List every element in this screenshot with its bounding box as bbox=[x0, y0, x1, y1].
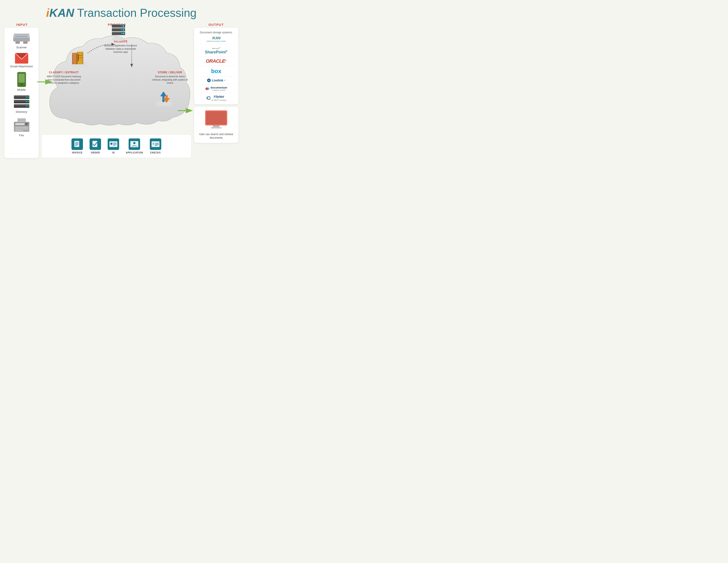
arrow-classify-validate bbox=[85, 41, 116, 54]
svg-point-46 bbox=[112, 37, 125, 41]
svg-rect-31 bbox=[15, 128, 28, 129]
svg-point-88 bbox=[207, 87, 209, 90]
svg-point-22 bbox=[26, 101, 27, 102]
svg-rect-5 bbox=[14, 34, 29, 35]
svg-rect-29 bbox=[25, 123, 28, 125]
storage-title: Document storage systems: bbox=[197, 31, 236, 34]
user-retrieve-label: User can search and retrieve documents bbox=[197, 132, 236, 140]
store-icon bbox=[154, 90, 174, 107]
svg-point-21 bbox=[28, 96, 29, 98]
doc-type-checks: $ CHECKS bbox=[150, 138, 161, 154]
id-icon bbox=[109, 141, 118, 147]
label-input: INPUT bbox=[4, 23, 40, 26]
svg-point-86 bbox=[208, 80, 209, 81]
directory-label: Directory bbox=[16, 110, 27, 113]
green-arrow-right bbox=[178, 105, 195, 116]
store-deliver-box: STORE / DELIVER Document is stored for f… bbox=[151, 71, 189, 85]
fax-icon bbox=[13, 117, 30, 132]
svg-marker-89 bbox=[206, 97, 210, 99]
svg-point-54 bbox=[123, 25, 124, 27]
input-column: Scanner Email Attachment Mobile bbox=[4, 28, 39, 158]
logo-box: box bbox=[197, 68, 236, 77]
svg-rect-32 bbox=[15, 130, 23, 131]
svg-text:$: $ bbox=[153, 143, 154, 145]
svg-point-23 bbox=[28, 101, 29, 102]
svg-point-78 bbox=[133, 142, 135, 144]
doc-type-id: ID bbox=[108, 138, 119, 154]
store-desc: Document is stored for future retrieval,… bbox=[151, 75, 189, 85]
order-label: ORDER bbox=[91, 151, 100, 154]
logo-sharepoint: Microsoft® SharePoint® bbox=[197, 46, 236, 56]
svg-rect-30 bbox=[15, 127, 28, 128]
output-user-box: User can search and retrieve documents bbox=[194, 107, 238, 143]
svg-rect-93 bbox=[206, 111, 226, 124]
doc-types-row: INVOICE ORDER bbox=[41, 134, 191, 158]
label-output: OUTPUT bbox=[194, 23, 238, 26]
mobile-label: Mobile bbox=[17, 88, 26, 91]
svg-rect-95 bbox=[211, 127, 222, 128]
title-suffix: Transaction Processing bbox=[74, 6, 197, 19]
checks-icon: $ bbox=[151, 141, 160, 147]
invoice-label: INVOICE bbox=[72, 151, 83, 154]
application-icon bbox=[130, 141, 139, 147]
svg-rect-3 bbox=[15, 41, 20, 44]
doc-type-application: APPLICATION bbox=[126, 138, 143, 154]
mobile-icon bbox=[17, 72, 26, 87]
invoice-icon bbox=[73, 140, 81, 148]
doc-type-invoice: INVOICE bbox=[71, 138, 83, 154]
email-label: Email Attachment bbox=[10, 65, 33, 68]
svg-point-58 bbox=[123, 33, 124, 34]
svg-point-55 bbox=[121, 29, 122, 30]
svg-point-60 bbox=[156, 101, 163, 105]
output-storage-box: Document storage systems: iKAN Virtual D… bbox=[194, 28, 238, 104]
svg-rect-2 bbox=[15, 36, 28, 37]
id-label: ID bbox=[112, 151, 115, 154]
arrow-validate-store bbox=[123, 42, 141, 69]
svg-point-57 bbox=[121, 33, 122, 34]
logo-oracle: ORACLE® bbox=[197, 58, 236, 66]
fax-label: Fax bbox=[19, 133, 24, 137]
svg-rect-39 bbox=[73, 53, 77, 64]
svg-rect-66 bbox=[74, 141, 79, 147]
directory-icon bbox=[13, 95, 30, 109]
application-label: APPLICATION bbox=[126, 151, 143, 154]
validate-icon bbox=[110, 23, 127, 42]
input-item-directory: Directory bbox=[13, 95, 30, 113]
svg-rect-94 bbox=[213, 125, 220, 127]
logo-livelink: Livelink® bbox=[197, 78, 236, 84]
svg-point-73 bbox=[110, 143, 113, 145]
store-title: STORE / DELIVER bbox=[151, 71, 189, 74]
scanner-label: Scanner bbox=[16, 46, 27, 49]
svg-point-61 bbox=[164, 101, 172, 105]
svg-point-53 bbox=[121, 25, 122, 27]
process-column: CLASSIFY / EXTRACT ABBYY OCR Document In… bbox=[41, 28, 191, 158]
svg-point-24 bbox=[26, 105, 27, 107]
logo-ikan: iKAN Virtual Document Center bbox=[197, 36, 236, 44]
svg-point-20 bbox=[26, 96, 27, 98]
input-item-scanner: Scanner bbox=[12, 32, 31, 49]
email-icon bbox=[15, 53, 28, 64]
monitor-icon bbox=[204, 110, 228, 130]
svg-rect-33 bbox=[17, 118, 26, 122]
svg-point-13 bbox=[21, 84, 23, 86]
doc-type-order: ORDER bbox=[90, 138, 101, 154]
classify-title: CLASSIFY / EXTRACT bbox=[45, 71, 83, 74]
order-icon bbox=[92, 140, 99, 148]
output-column: Document storage systems: iKAN Virtual D… bbox=[194, 28, 238, 158]
green-arrow-left bbox=[37, 76, 55, 87]
scanner-icon bbox=[12, 32, 31, 45]
svg-rect-4 bbox=[23, 41, 28, 44]
svg-rect-12 bbox=[19, 74, 25, 83]
checks-label: CHECKS bbox=[150, 151, 161, 154]
title-ikan-i: i bbox=[46, 6, 49, 19]
svg-point-25 bbox=[28, 105, 29, 107]
svg-rect-28 bbox=[15, 123, 24, 125]
input-item-mobile: Mobile bbox=[17, 72, 26, 91]
title-ikan-rest: KAN bbox=[49, 6, 74, 19]
input-item-email: Email Attachment bbox=[10, 53, 33, 68]
svg-point-56 bbox=[123, 29, 124, 30]
page-title: iKAN Transaction Processing bbox=[0, 0, 243, 23]
logo-filenet: FileNet An IBM® Company bbox=[197, 95, 236, 101]
input-item-fax: Fax bbox=[13, 117, 30, 137]
logo-documentum: documentum a division of EMC bbox=[197, 86, 236, 93]
